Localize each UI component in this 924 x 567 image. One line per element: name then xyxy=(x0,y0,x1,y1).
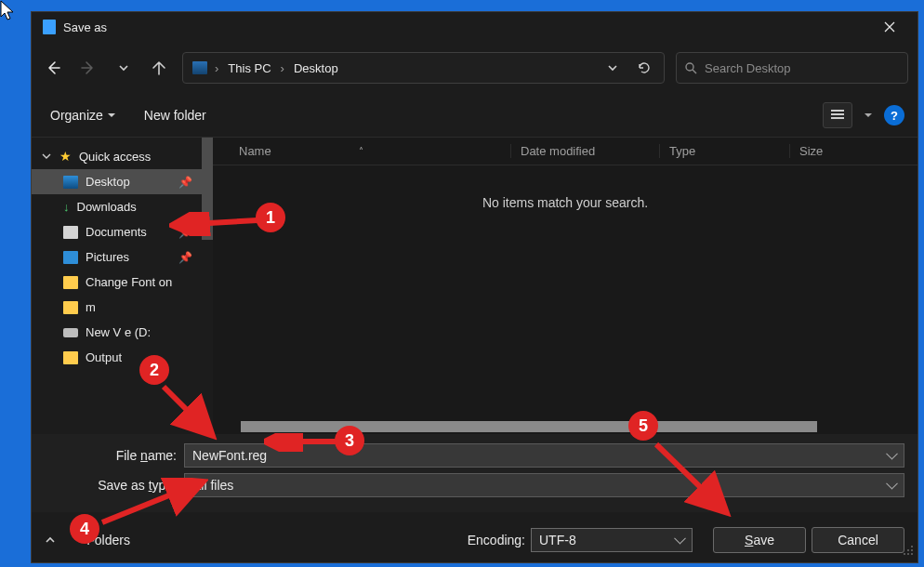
svg-rect-3 xyxy=(831,117,844,119)
sidebar: ★ Quick access Desktop 📌 ↓ Downloads Doc… xyxy=(32,138,213,434)
scrollbar-thumb[interactable] xyxy=(241,421,817,432)
refresh-button[interactable] xyxy=(630,54,658,82)
filename-input[interactable]: NewFont.reg xyxy=(184,443,904,468)
help-button[interactable]: ? xyxy=(884,105,904,125)
sidebar-item-desktop[interactable]: Desktop 📌 xyxy=(32,169,213,194)
organize-button[interactable]: Organize xyxy=(45,104,122,126)
sidebar-item-downloads[interactable]: ↓ Downloads xyxy=(32,194,213,219)
toolbar: Organize New folder ? xyxy=(32,94,917,137)
svg-point-5 xyxy=(907,549,909,551)
caret-down-icon xyxy=(107,111,116,120)
nav-row: › This PC › Desktop Search Desktop xyxy=(32,42,917,94)
annotation-1: 1 xyxy=(256,203,285,232)
search-icon xyxy=(684,61,697,74)
save-button[interactable]: Save xyxy=(713,527,806,553)
forward-button[interactable] xyxy=(76,56,100,80)
column-headers: Name ˄ Date modified Type Size xyxy=(213,138,917,165)
svg-point-0 xyxy=(686,63,693,71)
document-icon xyxy=(43,20,56,34)
close-button[interactable] xyxy=(869,12,910,42)
chevron-up-icon xyxy=(45,534,56,546)
breadcrumb-pc[interactable]: This PC xyxy=(222,58,276,79)
saveastype-label: Save as type: xyxy=(45,478,184,493)
chevron-down-icon xyxy=(606,61,619,74)
scrollbar-thumb[interactable] xyxy=(202,138,213,240)
quick-access-header[interactable]: ★ Quick access xyxy=(32,143,213,169)
filename-label: File name: xyxy=(45,448,184,463)
save-as-dialog: Save as › This PC › Desktop xyxy=(31,11,918,563)
saveastype-select[interactable]: All files xyxy=(184,473,904,497)
svg-rect-1 xyxy=(831,110,844,112)
view-button[interactable] xyxy=(823,102,852,128)
folder-icon xyxy=(63,351,78,364)
svg-rect-2 xyxy=(831,113,844,115)
address-bar[interactable]: › This PC › Desktop xyxy=(182,52,665,84)
sidebar-item-folder[interactable]: Change Font on xyxy=(32,270,213,295)
chevron-down-icon xyxy=(41,151,52,162)
empty-message: No items match your search. xyxy=(213,195,917,210)
back-button[interactable] xyxy=(41,56,65,80)
horizontal-scrollbar[interactable] xyxy=(213,421,903,434)
sidebar-item-documents[interactable]: Documents 📌 xyxy=(32,219,213,244)
arrow-right-icon xyxy=(80,59,97,76)
cursor-icon xyxy=(0,0,17,22)
chevron-right-icon: › xyxy=(281,61,284,75)
pictures-icon xyxy=(63,251,78,264)
pc-icon xyxy=(192,61,207,74)
search-placeholder: Search Desktop xyxy=(705,61,791,75)
folder-icon xyxy=(63,276,78,289)
resize-grip-icon xyxy=(903,545,914,556)
annotation-5: 5 xyxy=(628,411,658,441)
folder-icon xyxy=(63,301,78,314)
sidebar-scrollbar[interactable] xyxy=(200,138,213,434)
cancel-button[interactable]: Cancel xyxy=(812,527,904,553)
column-type[interactable]: Type xyxy=(659,144,789,158)
window-title: Save as xyxy=(63,20,869,34)
caret-down-icon xyxy=(864,111,873,120)
new-folder-button[interactable]: New folder xyxy=(139,104,212,126)
search-input[interactable]: Search Desktop xyxy=(676,52,908,84)
svg-point-6 xyxy=(911,549,913,551)
column-name[interactable]: Name ˄ xyxy=(213,144,510,158)
resize-grip[interactable] xyxy=(903,545,914,559)
svg-point-7 xyxy=(904,553,905,555)
address-dropdown[interactable] xyxy=(599,54,627,82)
drive-icon xyxy=(63,328,78,337)
pin-icon: 📌 xyxy=(178,176,192,189)
annotation-2: 2 xyxy=(139,355,169,385)
sidebar-item-folder[interactable]: m xyxy=(32,295,213,320)
svg-point-8 xyxy=(907,553,909,555)
sidebar-item-folder[interactable]: Output xyxy=(32,345,213,370)
recent-dropdown[interactable] xyxy=(112,56,136,80)
refresh-icon xyxy=(637,60,652,75)
svg-point-9 xyxy=(911,553,913,555)
pin-icon: 📌 xyxy=(178,251,192,264)
close-icon xyxy=(884,21,895,33)
file-list-area: Name ˄ Date modified Type Size No items … xyxy=(213,138,917,434)
sidebar-item-drive[interactable]: New V e (D: xyxy=(32,320,213,345)
encoding-select[interactable]: UTF-8 xyxy=(531,528,693,552)
bottom-bar: Folders Encoding: UTF-8 Save Cancel xyxy=(32,512,917,562)
view-list-icon xyxy=(830,109,845,122)
sidebar-item-pictures[interactable]: Pictures 📌 xyxy=(32,244,213,270)
chevron-down-icon xyxy=(117,61,130,74)
breadcrumb-desktop[interactable]: Desktop xyxy=(288,58,344,79)
column-date[interactable]: Date modified xyxy=(510,144,659,158)
titlebar: Save as xyxy=(32,12,917,42)
annotation-3: 3 xyxy=(335,426,364,455)
arrow-up-icon xyxy=(151,59,167,76)
download-icon: ↓ xyxy=(63,200,70,214)
encoding-label: Encoding: xyxy=(468,533,525,547)
body-area: ★ Quick access Desktop 📌 ↓ Downloads Doc… xyxy=(32,137,917,434)
pin-icon: 📌 xyxy=(178,226,192,239)
arrow-left-icon xyxy=(45,59,61,76)
column-size[interactable]: Size xyxy=(789,144,917,158)
chevron-right-icon: › xyxy=(215,61,218,75)
svg-point-4 xyxy=(911,546,913,547)
document-icon xyxy=(63,226,78,239)
view-dropdown[interactable] xyxy=(860,102,877,128)
annotation-4: 4 xyxy=(70,514,99,544)
up-button[interactable] xyxy=(147,56,171,80)
desktop-icon xyxy=(63,176,78,189)
sort-asc-icon: ˄ xyxy=(359,146,363,156)
